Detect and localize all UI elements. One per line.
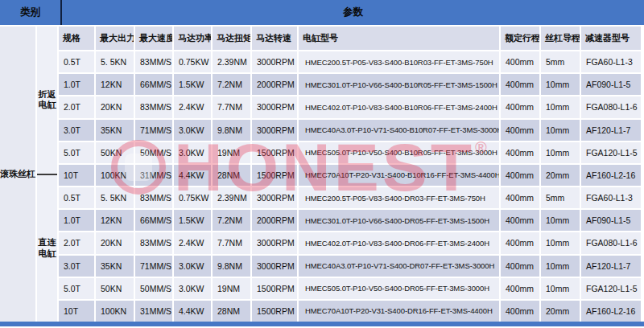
table-cell: 2000RPM [252, 210, 297, 231]
table-cell: HMEC40A3.0T-P10-V71-S400-DR07-FF-ET-3MS-… [299, 256, 499, 277]
spec-table-page: 类别 参数 滚珠丝杠 折返电缸 直连电缸 规格最大出力最大速度马达功率马达扭矩马… [0, 0, 644, 328]
table-cell: 10mm [541, 120, 580, 141]
table-cell: 50MM/S [135, 278, 172, 299]
table-cell: FGA080-L1-6 [581, 96, 641, 117]
table-cell: 20KN [96, 232, 134, 253]
table-cell: 31MM/S [135, 165, 172, 186]
table-cell: HMEC70A10T-P20-V31-S400-DR16-FF-ET-3MS-4… [299, 301, 499, 322]
table-cell: HMEC200.5T-P05-V83-S400-DR03-FF-ET-3MS-7… [299, 187, 499, 208]
table-cell: 2.0T [59, 232, 94, 253]
table-cell: FGA080-L1-6 [581, 232, 641, 253]
table-cell: 83MM/S [135, 232, 172, 253]
table-cell: 0.75KW [174, 51, 211, 72]
table-cell: 28NM [213, 165, 250, 186]
group-label-direct: 直连电缸 [37, 174, 57, 322]
column-header: 马达扭矩 [213, 27, 250, 50]
table-cell: 1.0T [59, 210, 94, 231]
table-cell: 0.5T [59, 51, 94, 72]
table-row: 3.0T35KN71MM/S3.0KW9.8NM3000RPMHMEC40A3.… [59, 256, 644, 277]
table-cell: 400mm [501, 187, 539, 208]
table-cell: 3.0KW [174, 120, 211, 141]
table-body: 滚珠丝杠 折返电缸 直连电缸 规格最大出力最大速度马达功率马达扭矩马达转速电缸型… [0, 27, 644, 322]
table-row: 2.0T20KN83MM/S2.4KW7.7NM3000RPMHMEC402.0… [59, 96, 644, 117]
table-cell: 7.2NM [213, 210, 250, 231]
table-cell: 12KN [96, 74, 134, 95]
table-cell: HMEC402.0T-P10-V83-S400-B10R06-FF-ET-3MS… [299, 96, 499, 117]
table-cell: 12KN [96, 210, 134, 231]
table-cell: 10mm [541, 278, 580, 299]
table-cell: 9.8NM [213, 120, 250, 141]
column-header: 马达功率 [174, 27, 211, 50]
table-cell: FGA120-L1-5 [581, 278, 641, 299]
table-cell: 2.0T [59, 96, 94, 117]
table-cell: 400mm [501, 142, 539, 163]
table-cell: 35KN [96, 120, 134, 141]
table-cell: 20mm [541, 301, 580, 322]
table-cell: 3000RPM [252, 96, 297, 117]
next-section-header-strip [0, 322, 644, 326]
table-cell: 9.8NM [213, 256, 250, 277]
table-cell: 83MM/S [135, 187, 172, 208]
table-cell: 66MM/S [135, 210, 172, 231]
column-header: 最大出力 [96, 27, 134, 50]
table-cell: 100KN [96, 301, 134, 322]
table-cell: 2.39NM [213, 51, 250, 72]
table-cell: AF120-L1-7 [581, 120, 641, 141]
group-label-fold-back: 折返电缸 [37, 27, 57, 174]
table-main: 规格最大出力最大速度马达功率马达扭矩马达转速电缸型号额定行程丝杠导程减速器型号 … [59, 27, 644, 322]
table-row: 0.5T5. 5KN83MM/S0.75KW2.39NM3000RPMHMEC2… [59, 51, 644, 72]
table-cell: FGA60-L1-3 [581, 187, 641, 208]
table-cell: AF090-L1-5 [581, 210, 641, 231]
table-cell: HMEC505.0T-P10-V50-S400-DR05-FF-ET-3MS-3… [299, 278, 499, 299]
table-row: 5.0T50KN50MM/S3.0KW19NM1500RPMHMEC505.0T… [59, 142, 644, 163]
table-cell: 10mm [541, 96, 580, 117]
table-cell: 7.2NM [213, 74, 250, 95]
table-cell: AF120-L1-7 [581, 256, 641, 277]
table-cell: 7.7NM [213, 232, 250, 253]
table-cell: 10T [59, 301, 94, 322]
column-header: 额定行程 [501, 27, 539, 50]
table-cell: 5. 5KN [96, 187, 134, 208]
table-cell: 71MM/S [135, 120, 172, 141]
table-cell: 50MM/S [135, 142, 172, 163]
table-cell: 5. 5KN [96, 51, 134, 72]
table-cell: 2.39NM [213, 187, 250, 208]
table-cell: 3.0T [59, 256, 94, 277]
table-cell: 50KN [96, 142, 134, 163]
table-cell: 1500RPM [252, 142, 297, 163]
table-cell: 83MM/S [135, 96, 172, 117]
table-cell: 3000RPM [252, 187, 297, 208]
table-cell: 3000RPM [252, 256, 297, 277]
table-cell: AF160-L2-16 [581, 165, 641, 186]
table-cell: HMEC301.0T-P10-V66-S400-B10R05-FF-ET-3MS… [299, 74, 499, 95]
table-cell: 1.5KW [174, 210, 211, 231]
table-cell: 3000RPM [252, 120, 297, 141]
table-cell: 400mm [501, 210, 539, 231]
table-cell: 400mm [501, 51, 539, 72]
table-cell: 1.5KW [174, 74, 211, 95]
table-cell: 1500RPM [252, 278, 297, 299]
table-cell: 71MM/S [135, 256, 172, 277]
table-cell: 10mm [541, 210, 580, 231]
table-cell: 50KN [96, 278, 134, 299]
table-cell: 10mm [541, 142, 580, 163]
table-cell: AF160-L2-16 [581, 301, 641, 322]
table-cell: 400mm [501, 278, 539, 299]
table-cell: 100KN [96, 165, 134, 186]
table-cell: 400mm [501, 256, 539, 277]
table-row: 1.0T12KN66MM/S1.5KW7.2NM2000RPMHMEC301.0… [59, 210, 644, 231]
column-header: 丝杠导程 [541, 27, 580, 50]
table-cell: FGA120-L1-5 [581, 142, 641, 163]
table-cell: 10mm [541, 256, 580, 277]
table-cell: 2.4KW [174, 96, 211, 117]
table-cell: 0.75KW [174, 187, 211, 208]
table-cell: 28NM [213, 301, 250, 322]
table-cell: 2.4KW [174, 232, 211, 253]
table-cell: 10T [59, 165, 94, 186]
table-row: 1.0T12KN66MM/S1.5KW7.2NM2000RPMHMEC301.0… [59, 74, 644, 95]
column-header: 电缸型号 [299, 27, 499, 50]
table-row: 10T100KN31MM/S4.4KW28NM1500RPMHMEC70A10T… [59, 301, 644, 322]
table-cell: AF090-L1-5 [581, 74, 641, 95]
cylinder-type-column: 折返电缸 直连电缸 [37, 27, 59, 322]
table-cell: 400mm [501, 96, 539, 117]
